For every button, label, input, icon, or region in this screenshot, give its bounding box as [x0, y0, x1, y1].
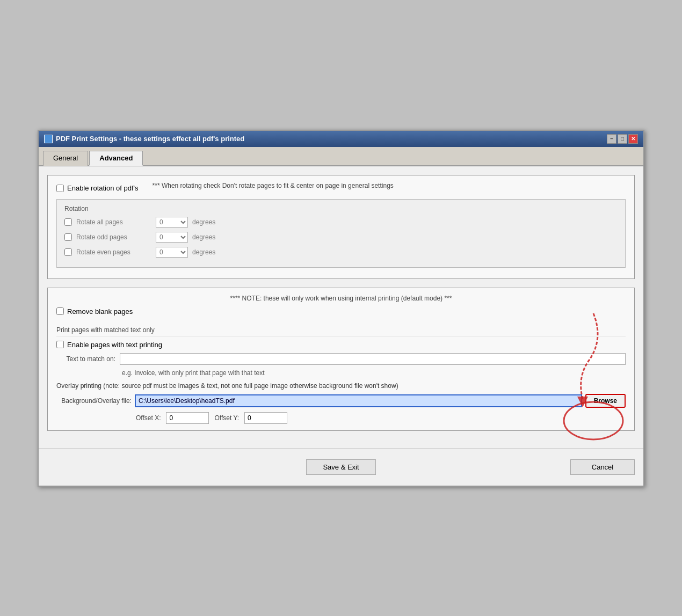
window-title: PDF Print Settings - these settings effe… [56, 135, 244, 143]
rotate-odd-select[interactable]: 0 90 180 270 [156, 232, 188, 243]
content-area: Enable rotation of pdf's *** When rotati… [39, 166, 643, 448]
offset-row: Offset X: Offset Y: [136, 412, 626, 424]
tabs-bar: General Advanced [39, 147, 643, 166]
enable-text-printing-label: Enable pages with text printing [67, 341, 162, 349]
offset-x-input[interactable] [166, 412, 209, 424]
save-exit-button[interactable]: Save & Exit [306, 459, 375, 475]
overlay-note: Overlay printing (note: source pdf must … [56, 382, 626, 390]
tab-advanced[interactable]: Advanced [89, 151, 143, 166]
rotate-odd-label: Rotate odd pages [76, 233, 151, 241]
rotate-even-row: Rotate even pages 0 90 180 270 degrees [64, 247, 618, 258]
remove-blank-label: Remove blank pages [67, 307, 133, 316]
tab-general[interactable]: General [43, 151, 88, 166]
bg-overlay-input[interactable] [135, 394, 582, 407]
rotate-all-unit: degrees [192, 218, 215, 226]
rotate-all-checkbox[interactable] [64, 218, 72, 226]
rotate-even-label: Rotate even pages [76, 248, 151, 256]
note-text: **** NOTE: these will only work when usi… [56, 295, 626, 302]
enable-rotation-row: Enable rotation of pdf's *** When rotati… [56, 182, 626, 195]
main-window: PDF Print Settings - these settings effe… [38, 130, 644, 487]
rotation-section: Enable rotation of pdf's *** When rotati… [47, 175, 635, 279]
offset-y-label: Offset Y: [214, 414, 239, 422]
rotate-odd-unit: degrees [192, 233, 215, 241]
rotate-all-label: Rotate all pages [76, 218, 151, 226]
title-bar-buttons: – □ ✕ [607, 134, 638, 144]
offset-y-input[interactable] [244, 412, 287, 424]
rotate-all-row: Rotate all pages 0 90 180 270 degrees [64, 217, 618, 228]
rotate-all-select[interactable]: 0 90 180 270 [156, 217, 188, 228]
text-match-row: Text to match on: [56, 353, 626, 365]
close-button[interactable]: ✕ [628, 134, 638, 144]
file-section: Background/Overlay file: Browse [56, 394, 626, 408]
rotate-odd-checkbox[interactable] [64, 233, 72, 241]
rotation-warning: *** When rotating check Don't rotate pag… [153, 182, 394, 189]
text-to-match-input[interactable] [120, 353, 626, 365]
maximize-button[interactable]: □ [618, 134, 627, 144]
minimize-button[interactable]: – [607, 134, 616, 144]
rotate-even-unit: degrees [192, 248, 215, 256]
title-bar: PDF Print Settings - these settings effe… [39, 131, 643, 147]
rotation-group: Rotation Rotate all pages 0 90 180 270 d… [56, 199, 626, 268]
app-icon [44, 135, 53, 143]
internal-print-section: **** NOTE: these will only work when usi… [47, 288, 635, 431]
rotation-group-label: Rotation [64, 205, 618, 212]
offset-x-label: Offset X: [136, 414, 161, 422]
enable-rotation-label: Enable rotation of pdf's [67, 184, 139, 192]
enable-text-printing-row: Enable pages with text printing [56, 341, 626, 349]
rotate-even-select[interactable]: 0 90 180 270 [156, 247, 188, 258]
enable-text-printing-checkbox[interactable] [56, 341, 64, 348]
rotate-odd-row: Rotate odd pages 0 90 180 270 degrees [64, 232, 618, 243]
bg-overlay-row: Background/Overlay file: Browse [56, 394, 626, 408]
bg-overlay-label: Background/Overlay file: [56, 397, 132, 405]
text-hint: e.g. Invoice, with only print that page … [122, 369, 626, 377]
remove-blank-checkbox[interactable] [56, 307, 64, 315]
browse-button[interactable]: Browse [585, 394, 626, 408]
print-matched-label: Print pages with matched text only [56, 326, 626, 336]
rotate-even-checkbox[interactable] [64, 248, 72, 256]
enable-rotation-checkbox[interactable] [56, 185, 64, 192]
browse-wrapper: Browse [585, 394, 626, 408]
footer: Save & Exit Cancel [39, 448, 643, 486]
cancel-button[interactable]: Cancel [570, 459, 635, 475]
title-bar-left: PDF Print Settings - these settings effe… [44, 135, 244, 143]
text-to-match-label: Text to match on: [56, 355, 115, 363]
remove-blank-row: Remove blank pages [56, 307, 626, 316]
